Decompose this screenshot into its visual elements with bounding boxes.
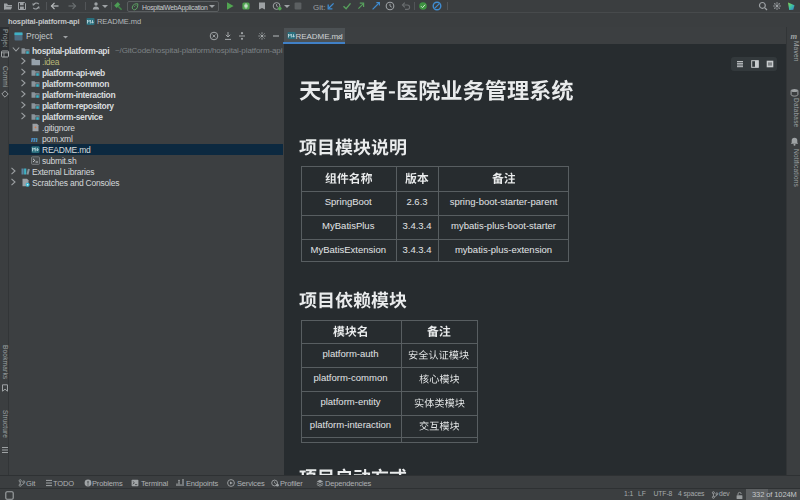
svg-text:m: m xyxy=(31,134,38,143)
